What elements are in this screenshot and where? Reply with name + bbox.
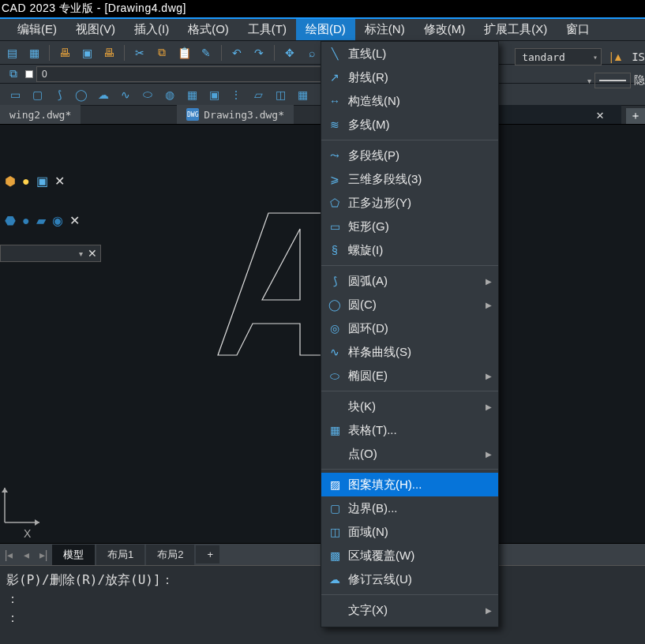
tab-prev-icon[interactable]: ◂ (17, 549, 35, 561)
hatch-icon[interactable]: ▦ (183, 86, 201, 103)
btn-2[interactable]: ▦ (25, 44, 43, 62)
mini-dropdown[interactable]: ✕ (0, 245, 101, 262)
menu-revcloud[interactable]: ☁修订云线(U) (321, 567, 498, 591)
undo-icon[interactable]: ↶ (228, 44, 246, 62)
close-icon[interactable]: ✕ (54, 174, 65, 189)
close-icon[interactable]: ✕ (69, 213, 80, 228)
new-tab-button[interactable]: ＋ (626, 108, 645, 124)
menu-spiral[interactable]: §螺旋(I) (321, 238, 498, 262)
menu-edit[interactable]: 编辑(E) (8, 19, 66, 40)
menu-ext[interactable]: 扩展工具(X) (474, 19, 557, 40)
menu-region[interactable]: ◫面域(N) (321, 520, 498, 544)
menu-polygon[interactable]: ⬠正多边形(Y) (321, 191, 498, 215)
point-icon[interactable]: ⋮ (227, 86, 245, 103)
tab-first-icon[interactable]: |◂ (0, 549, 17, 561)
menu-tools[interactable]: 工具(T) (238, 19, 296, 40)
btn-batch-print[interactable]: 🖶 (100, 44, 118, 62)
submenu-arrow-icon: ▶ (486, 301, 492, 309)
globe-icon[interactable]: ◉ (52, 213, 63, 228)
boundary-icon: ▢ (328, 502, 342, 515)
menu-wipeout[interactable]: ▩区域覆盖(W) (321, 544, 498, 567)
rect-icon[interactable]: ▭ (6, 86, 24, 103)
region-icon[interactable]: ▣ (205, 86, 223, 103)
layer-color-swatch[interactable] (25, 70, 33, 78)
btn-print[interactable]: 🖶 (56, 44, 73, 62)
menu-ellipse[interactable]: ⬭椭圆(E)▶ (321, 364, 498, 388)
donut-icon[interactable]: ◍ (161, 86, 178, 103)
btn-preview[interactable]: ▣ (78, 44, 96, 62)
brush-icon[interactable]: ✎ (197, 44, 215, 62)
wipeout-icon: ▩ (328, 549, 342, 562)
menu-dim[interactable]: 标注(N) (355, 19, 414, 40)
menu-table[interactable]: ▦表格(T)... (321, 418, 498, 442)
tab-drawing2[interactable]: wing2.dwg* (0, 105, 81, 124)
ellipse-icon[interactable]: ⬭ (139, 86, 156, 103)
tab-drawing3[interactable]: DWG Drawing3.dwg* (177, 105, 294, 124)
arc-icon[interactable]: ⟆ (51, 86, 68, 103)
menu-insert[interactable]: 插入(I) (125, 19, 178, 40)
rrect-icon[interactable]: ▢ (28, 86, 46, 103)
table-icon[interactable]: ▦ (294, 86, 311, 103)
arc-icon: ⟆ (328, 275, 342, 287)
menu-rect[interactable]: ▭矩形(G) (321, 215, 498, 238)
menu-pline[interactable]: ⤳多段线(P) (321, 144, 498, 167)
menu-mline[interactable]: ≋多线(M) (321, 113, 498, 137)
menu-circle[interactable]: ◯圆(C)▶ (321, 293, 498, 316)
menu-view[interactable]: 视图(V) (66, 19, 125, 40)
style-dropdown[interactable]: tandard (515, 48, 602, 66)
menu-format[interactable]: 格式(O) (178, 19, 238, 40)
layer-copy-icon[interactable]: ⧉ (5, 66, 22, 83)
close-icon[interactable]: ✕ (88, 247, 97, 260)
style-btn[interactable]: |▲ (608, 48, 625, 66)
cut-icon[interactable]: ✂ (131, 44, 148, 62)
close-icon[interactable]: ✕ (588, 107, 612, 122)
tab-drawing4[interactable]: ✕ (479, 105, 621, 124)
cube-icon[interactable]: ⬢ (5, 174, 16, 189)
layers-icon[interactable]: ▰ (36, 213, 46, 228)
text-icon[interactable]: ◫ (272, 86, 289, 103)
tab-next-icon[interactable]: ▸| (35, 549, 52, 561)
menu-hatch[interactable]: ▨图案填充(H)... (321, 473, 498, 496)
menu-modify[interactable]: 修改(M) (414, 19, 475, 40)
menu-block[interactable]: 块(K)▶ (321, 395, 498, 418)
menu-arc[interactable]: ⟆圆弧(A)▶ (321, 269, 498, 293)
menu-point[interactable]: 点(O)▶ (321, 442, 498, 466)
cube-icon[interactable]: ⬣ (5, 213, 16, 228)
redo-icon[interactable]: ↷ (250, 44, 268, 62)
zoom-icon[interactable]: ⌕ (303, 44, 321, 62)
svg-marker-1 (35, 519, 39, 526)
menu-boundary[interactable]: ▢边界(B)... (321, 496, 498, 520)
menu-pline3d[interactable]: ⩾三维多段线(3) (321, 167, 498, 191)
bulb-icon[interactable]: ● (22, 174, 30, 189)
menu-line[interactable]: ╲直线(L) (321, 42, 498, 66)
menu-ray[interactable]: ↗射线(R) (321, 66, 498, 89)
boundary-icon[interactable]: ▱ (249, 86, 267, 103)
donut-icon: ◎ (328, 322, 342, 335)
lineweight-sample[interactable] (594, 73, 631, 88)
pan-icon[interactable]: ✥ (281, 44, 298, 62)
ray-icon: ↗ (328, 71, 342, 84)
menu-xline[interactable]: ↔构造线(N) (321, 89, 498, 113)
separator (321, 594, 498, 595)
menu-donut[interactable]: ◎圆环(D) (321, 316, 498, 340)
btn-1[interactable]: ▤ (3, 44, 21, 62)
menu-window[interactable]: 窗口 (557, 19, 599, 40)
tab-add[interactable]: + (196, 545, 219, 564)
tab-layout2[interactable]: 布局2 (146, 545, 194, 565)
xline-icon: ↔ (328, 95, 342, 107)
circle-icon[interactable]: ◯ (73, 86, 90, 103)
menu-draw[interactable]: 绘图(D) (296, 19, 355, 40)
sheet-icon[interactable]: ▣ (36, 174, 48, 189)
paste-icon[interactable]: 📋 (175, 44, 193, 62)
disc-icon[interactable]: ● (22, 214, 30, 228)
menu-spline[interactable]: ∿样条曲线(S) (321, 340, 498, 364)
cloud-icon[interactable]: ☁ (95, 86, 112, 103)
pline-icon: ⤳ (328, 149, 342, 162)
spline-icon[interactable]: ∿ (117, 86, 134, 103)
layer-dropdown[interactable]: 0 (36, 66, 344, 82)
tab-model[interactable]: 模型 (52, 545, 95, 565)
menu-text[interactable]: 文字(X)▶ (321, 598, 498, 622)
tab-layout1[interactable]: 布局1 (96, 545, 144, 565)
layer-name: 0 (42, 69, 47, 80)
copy-icon[interactable]: ⧉ (153, 44, 171, 62)
